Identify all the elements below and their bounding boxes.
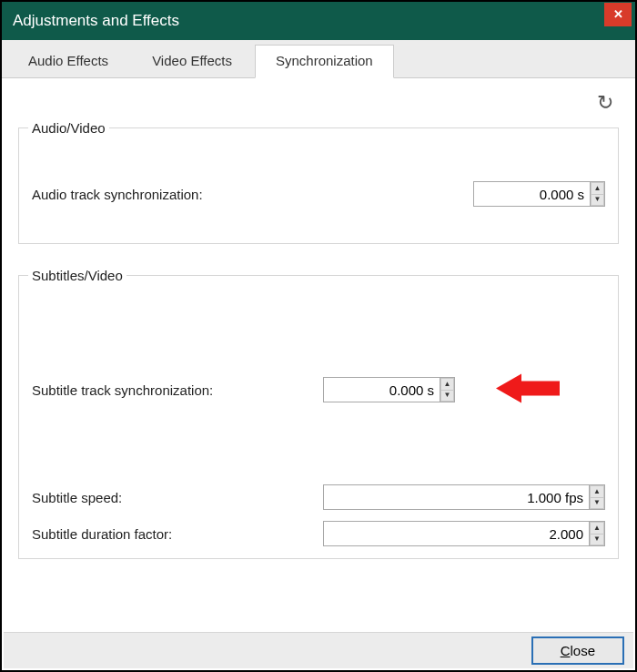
group-audio-video: Audio/Video Audio track synchronization:… xyxy=(18,120,619,244)
subtitle-sync-input[interactable] xyxy=(324,378,440,402)
subtitle-duration-label: Subtitle duration factor: xyxy=(32,526,172,542)
window-title: Adjustments and Effects xyxy=(13,12,179,30)
subtitle-speed-input[interactable] xyxy=(324,485,589,509)
spin-down-icon[interactable]: ▼ xyxy=(440,390,454,402)
group-audio-video-legend: Audio/Video xyxy=(28,120,109,136)
subtitle-sync-spinbox[interactable]: ▲ ▼ xyxy=(323,377,455,402)
close-icon: ✕ xyxy=(613,7,623,21)
subtitle-speed-spinbox[interactable]: ▲ ▼ xyxy=(323,484,605,510)
spin-down-icon[interactable]: ▼ xyxy=(591,194,604,207)
spin-up-icon[interactable]: ▲ xyxy=(440,378,454,390)
arrow-callout-icon xyxy=(496,371,560,410)
spin-up-icon[interactable]: ▲ xyxy=(590,522,604,534)
tab-bar: Audio Effects Video Effects Synchronizat… xyxy=(2,40,635,78)
group-subtitles-video: Subtitles/Video Subtitle track synchroni… xyxy=(18,268,619,559)
tab-content-synchronization: ↻ Audio/Video Audio track synchronizatio… xyxy=(2,78,635,559)
title-bar: Adjustments and Effects ✕ xyxy=(2,2,635,40)
tab-synchronization[interactable]: Synchronization xyxy=(255,45,394,78)
audio-sync-input[interactable] xyxy=(474,182,590,206)
tab-audio-effects[interactable]: Audio Effects xyxy=(7,45,129,78)
subtitle-duration-spinbox[interactable]: ▲ ▼ xyxy=(323,521,605,546)
close-button-rest: lose xyxy=(570,643,595,658)
refresh-icon[interactable]: ↻ xyxy=(597,91,613,115)
window-close-button[interactable]: ✕ xyxy=(604,3,632,26)
spin-down-icon[interactable]: ▼ xyxy=(590,497,604,510)
audio-sync-spinbox[interactable]: ▲ ▼ xyxy=(473,181,605,207)
tab-video-effects[interactable]: Video Effects xyxy=(131,45,253,78)
spin-up-icon[interactable]: ▲ xyxy=(590,485,604,497)
subtitle-duration-input[interactable] xyxy=(324,522,589,545)
group-subtitles-video-legend: Subtitles/Video xyxy=(28,268,126,283)
spin-up-icon[interactable]: ▲ xyxy=(591,182,604,194)
svg-marker-0 xyxy=(496,374,560,403)
audio-sync-label: Audio track synchronization: xyxy=(32,187,203,202)
close-button[interactable]: Close xyxy=(531,636,624,665)
subtitle-sync-label: Subtitle track synchronization: xyxy=(32,382,213,398)
spin-down-icon[interactable]: ▼ xyxy=(590,534,604,546)
dialog-footer: Close xyxy=(4,632,633,668)
subtitle-speed-label: Subtitle speed: xyxy=(32,490,122,505)
